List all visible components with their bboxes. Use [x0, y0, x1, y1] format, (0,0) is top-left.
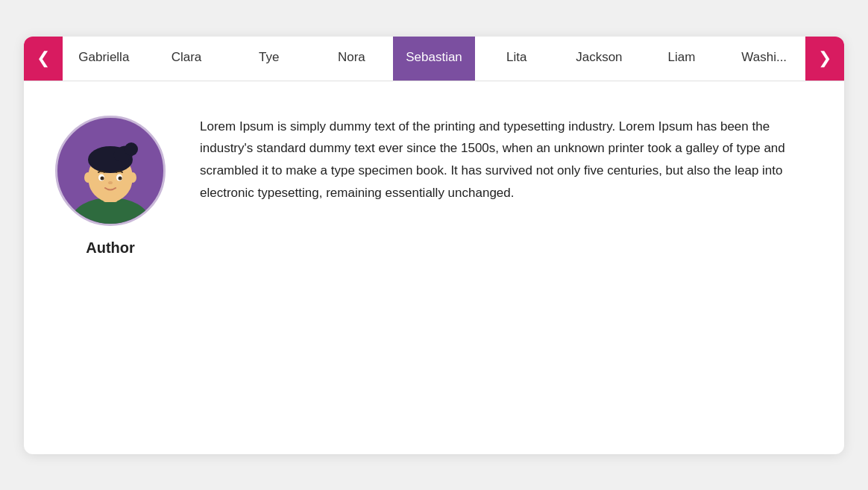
svg-point-10 [101, 176, 104, 180]
tab-item-lita[interactable]: Lita [475, 37, 558, 81]
avatar [55, 116, 166, 226]
svg-point-7 [129, 172, 136, 183]
tab-item-sebastian[interactable]: Sebastian [393, 37, 476, 81]
author-section: Author [51, 108, 170, 257]
main-card: ❮ GabriellaClaraTyeNoraSebastianLitaJack… [24, 37, 844, 454]
author-label: Author [86, 239, 135, 257]
content-area: Author Lorem Ipsum is simply dummy text … [24, 81, 844, 454]
tab-item-tye[interactable]: Tye [227, 37, 310, 81]
bio-text: Lorem Ipsum is simply dummy text of the … [200, 108, 814, 204]
svg-point-11 [119, 176, 122, 180]
tab-item-washi[interactable]: Washi... [723, 37, 805, 81]
tab-item-liam[interactable]: Liam [641, 37, 723, 81]
next-arrow-button[interactable]: ❯ [805, 37, 844, 81]
tabs-wrapper: ❮ GabriellaClaraTyeNoraSebastianLitaJack… [24, 37, 844, 81]
svg-point-5 [125, 142, 138, 156]
tab-item-gabriella[interactable]: Gabriella [63, 37, 145, 81]
tab-item-nora[interactable]: Nora [310, 37, 393, 81]
avatar-illustration [66, 127, 155, 224]
svg-point-12 [108, 181, 113, 184]
prev-arrow-button[interactable]: ❮ [24, 37, 63, 81]
tab-item-clara[interactable]: Clara [145, 37, 228, 81]
svg-point-6 [84, 172, 92, 183]
tabs-list: GabriellaClaraTyeNoraSebastianLitaJackso… [63, 37, 805, 81]
tab-item-jackson[interactable]: Jackson [558, 37, 641, 81]
